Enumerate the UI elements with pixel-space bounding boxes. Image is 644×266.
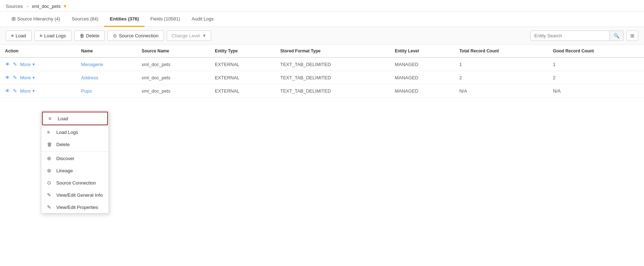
- tab-source-hierarchy[interactable]: ⊞ Source Hierarchy (4): [6, 11, 66, 27]
- view-icon-1[interactable]: 👁: [5, 75, 10, 80]
- breadcrumb-parent[interactable]: Sources: [6, 4, 23, 9]
- entity-search-input[interactable]: [531, 31, 610, 41]
- entity-level-cell-1: MANAGED: [390, 71, 454, 84]
- table-header-row: Action Name Source Name Entity Type Stor…: [0, 45, 644, 57]
- stored-format-cell-1: TEXT_TAB_DELIMITED: [275, 71, 389, 84]
- action-cell-2: 👁 ✎ More ▼: [0, 84, 76, 98]
- good-record-cell-1: 2: [548, 71, 644, 84]
- more-caret-2: ▼: [32, 89, 35, 93]
- entity-name-cell-0: Menagerie: [76, 57, 137, 71]
- tab-fields-label: Fields (10581): [150, 16, 180, 22]
- tab-source-hierarchy-label: Source Hierarchy (4): [17, 16, 60, 22]
- col-good-record-count: Good Record Count: [548, 45, 644, 57]
- edit-icon-1[interactable]: ✎: [13, 75, 17, 80]
- entities-table-wrapper: Action Name Source Name Entity Type Stor…: [0, 45, 644, 98]
- source-name-cell-0: xml_doc_pets: [137, 57, 210, 71]
- search-button[interactable]: 🔍: [610, 31, 623, 41]
- delete-icon: 🗑: [80, 33, 84, 38]
- load-label: Load: [16, 33, 26, 38]
- stored-format-cell-0: TEXT_TAB_DELIMITED: [275, 57, 389, 71]
- source-connection-label: Source Connection: [119, 33, 158, 38]
- view-icon-2[interactable]: 👁: [5, 88, 10, 94]
- breadcrumb: Sources → xml_doc_pets ▼: [0, 0, 644, 11]
- action-cell-0: 👁 ✎ More ▼: [0, 57, 76, 71]
- tab-sources[interactable]: Sources (84): [66, 12, 104, 27]
- entity-type-cell-1: EXTERNAL: [210, 71, 275, 84]
- more-button-2[interactable]: More ▼: [20, 88, 35, 94]
- more-caret-0: ▼: [32, 62, 35, 66]
- total-record-cell-2: N/A: [454, 84, 548, 98]
- source-name-cell-2: xml_doc_pets: [137, 84, 210, 98]
- load-icon: ≡: [11, 33, 14, 38]
- action-cell-1: 👁 ✎ More ▼: [0, 71, 76, 84]
- table-row: 👁 ✎ More ▼ Menageriexml_doc_petsEXTERNAL…: [0, 57, 644, 71]
- delete-label: Delete: [86, 33, 100, 38]
- hierarchy-icon: ⊞: [11, 16, 16, 22]
- entity-name-cell-2: Pups: [76, 84, 137, 98]
- breadcrumb-current: xml_doc_pets: [32, 4, 61, 9]
- edit-icon-2[interactable]: ✎: [13, 88, 17, 94]
- more-caret-1: ▼: [32, 76, 35, 80]
- good-record-cell-2: N/A: [548, 84, 644, 98]
- load-logs-label: Load Logs: [44, 33, 66, 38]
- breadcrumb-dropdown-icon[interactable]: ▼: [63, 4, 67, 9]
- edit-icon-0[interactable]: ✎: [13, 61, 17, 67]
- tab-sources-label: Sources (84): [72, 16, 98, 22]
- load-logs-button[interactable]: ≡ Load Logs: [34, 31, 71, 41]
- more-button-1[interactable]: More ▼: [20, 75, 35, 80]
- entity-level-cell-0: MANAGED: [390, 57, 454, 71]
- more-button-0[interactable]: More ▼: [20, 62, 35, 67]
- col-action: Action: [0, 45, 76, 57]
- col-name: Name: [76, 45, 137, 57]
- toolbar: ≡ Load ≡ Load Logs 🗑 Delete ⊙ Source Con…: [0, 27, 644, 45]
- load-logs-icon: ≡: [40, 33, 43, 38]
- delete-button[interactable]: 🗑 Delete: [74, 31, 105, 41]
- total-record-cell-0: 1: [454, 57, 548, 71]
- col-stored-format: Stored Format Type: [275, 45, 389, 57]
- entities-table: Action Name Source Name Entity Type Stor…: [0, 45, 644, 98]
- entity-level-cell-2: MANAGED: [390, 84, 454, 98]
- load-button[interactable]: ≡ Load: [6, 31, 32, 41]
- good-record-cell-0: 1: [548, 57, 644, 71]
- col-entity-level: Entity Level: [390, 45, 454, 57]
- tab-audit-logs[interactable]: Audit Logs: [186, 12, 219, 27]
- breadcrumb-arrow: →: [25, 4, 30, 9]
- entity-type-cell-2: EXTERNAL: [210, 84, 275, 98]
- entity-name-1[interactable]: Address: [81, 75, 98, 80]
- grid-icon: ⊞: [630, 33, 634, 38]
- total-record-cell-1: 2: [454, 71, 548, 84]
- source-name-cell-1: xml_doc_pets: [137, 71, 210, 84]
- stored-format-cell-2: TEXT_TAB_DELIMITED: [275, 84, 389, 98]
- table-row: 👁 ✎ More ▼ Pupsxml_doc_petsEXTERNALTEXT_…: [0, 84, 644, 98]
- change-level-button[interactable]: Change Level ▼: [167, 31, 211, 41]
- entity-type-cell-0: EXTERNAL: [210, 57, 275, 71]
- tab-fields[interactable]: Fields (10581): [145, 12, 186, 27]
- entity-name-2[interactable]: Pups: [81, 88, 92, 94]
- col-total-record-count: Total Record Count: [454, 45, 548, 57]
- col-entity-type: Entity Type: [210, 45, 275, 57]
- grid-view-button[interactable]: ⊞: [626, 31, 638, 41]
- entity-search-wrapper: 🔍: [530, 31, 624, 41]
- entity-name-cell-1: Address: [76, 71, 137, 84]
- change-level-caret: ▼: [202, 33, 207, 38]
- entity-name-0[interactable]: Menagerie: [81, 62, 103, 67]
- source-connection-icon: ⊙: [113, 33, 117, 38]
- col-source-name: Source Name: [137, 45, 210, 57]
- tab-entities[interactable]: Entities (376): [104, 12, 145, 27]
- source-connection-button[interactable]: ⊙ Source Connection: [108, 31, 164, 41]
- change-level-label: Change Level: [171, 33, 200, 38]
- view-icon-0[interactable]: 👁: [5, 61, 10, 67]
- tabs-bar: ⊞ Source Hierarchy (4) Sources (84) Enti…: [0, 11, 644, 27]
- tab-audit-logs-label: Audit Logs: [191, 16, 213, 22]
- table-row: 👁 ✎ More ▼ Addressxml_doc_petsEXTERNALTE…: [0, 71, 644, 84]
- tab-entities-label: Entities (376): [110, 16, 139, 22]
